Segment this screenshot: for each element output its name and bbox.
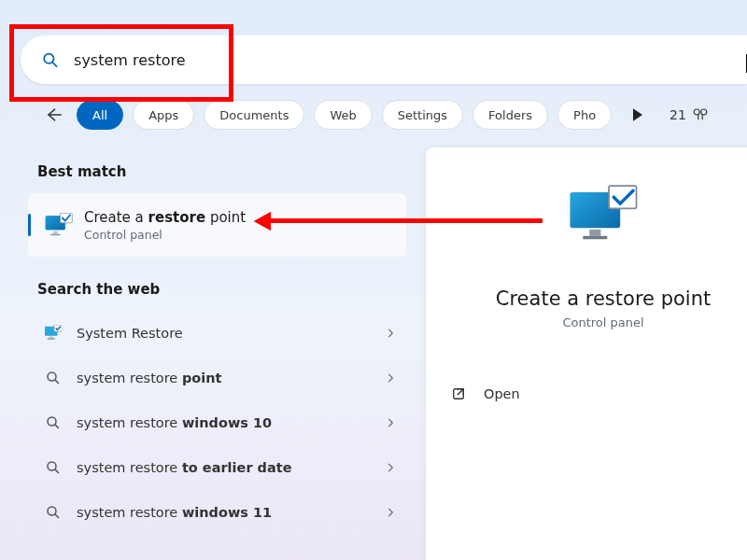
web-result-3[interactable]: system restore to earlier date (28, 445, 406, 490)
filters-more-icon[interactable] (628, 105, 647, 124)
svg-point-17 (48, 417, 56, 426)
open-external-icon (450, 385, 467, 402)
svg-point-15 (48, 372, 56, 381)
filter-folders[interactable]: Folders (472, 100, 548, 130)
svg-line-16 (55, 380, 59, 384)
web-result-text: System Restore (77, 326, 384, 341)
chevron-right-icon (384, 416, 397, 429)
filter-web[interactable]: Web (314, 100, 372, 130)
svg-point-5 (701, 109, 707, 115)
filter-photos[interactable]: Pho (557, 100, 612, 130)
svg-rect-9 (50, 234, 61, 236)
best-match-result[interactable]: Create a restore point Control panel (28, 193, 406, 257)
web-result-1[interactable]: system restore point (28, 356, 406, 400)
search-icon (45, 459, 62, 476)
filter-row: All Apps Documents Web Settings Folders … (39, 100, 747, 130)
svg-line-18 (55, 425, 59, 428)
search-icon (45, 504, 62, 521)
web-result-4[interactable]: system restore windows 11 (28, 490, 406, 535)
web-result-2[interactable]: system restore windows 10 (28, 400, 406, 445)
web-result-text: system restore windows 11 (77, 505, 384, 520)
monitor-check-icon (567, 183, 640, 250)
filter-settings[interactable]: Settings (382, 100, 463, 130)
svg-line-1 (52, 63, 56, 66)
svg-line-22 (55, 514, 59, 518)
monitor-check-icon (45, 213, 73, 237)
best-match-heading: Best match (37, 163, 406, 180)
results-left-column: Best match Create a restore point Contro… (28, 154, 406, 535)
filter-documents[interactable]: Documents (204, 100, 304, 130)
svg-rect-13 (48, 338, 55, 339)
search-web-heading: Search the web (37, 281, 406, 298)
best-match-subtitle: Control panel (84, 228, 246, 242)
search-icon (45, 370, 62, 386)
open-action[interactable]: Open (450, 372, 747, 415)
svg-marker-3 (633, 108, 642, 120)
rewards-count: 21 (669, 107, 686, 122)
detail-subtitle: Control panel (562, 315, 643, 329)
svg-line-28 (458, 389, 463, 395)
rewards-icon (692, 106, 709, 123)
svg-point-19 (48, 462, 56, 470)
svg-point-21 (48, 507, 56, 515)
chevron-right-icon (384, 506, 397, 519)
best-match-title: Create a restore point (84, 209, 246, 226)
svg-rect-14 (54, 325, 62, 331)
svg-point-4 (694, 109, 699, 115)
filter-apps[interactable]: Apps (133, 100, 194, 130)
web-result-text: system restore point (77, 371, 384, 385)
rewards-widget[interactable]: 21 (669, 106, 709, 123)
chevron-right-icon (384, 327, 397, 340)
svg-rect-12 (49, 337, 54, 339)
detail-panel: Create a restore point Control panel Ope… (426, 147, 747, 560)
svg-rect-24 (589, 230, 600, 236)
svg-rect-25 (583, 236, 607, 239)
open-label: Open (484, 386, 520, 401)
monitor-icon (45, 325, 62, 342)
web-result-text: system restore to earlier date (77, 460, 384, 475)
chevron-right-icon (384, 461, 397, 474)
web-result-text: system restore windows 10 (77, 415, 384, 430)
web-result-0[interactable]: System Restore (28, 311, 406, 356)
search-icon (45, 414, 62, 431)
search-input[interactable] (72, 50, 747, 70)
detail-title: Create a restore point (496, 287, 711, 310)
search-icon (41, 50, 59, 69)
search-bar[interactable] (21, 35, 747, 84)
svg-rect-8 (53, 231, 58, 234)
back-button[interactable] (39, 101, 67, 129)
chevron-right-icon (384, 371, 397, 385)
filter-all[interactable]: All (77, 100, 123, 130)
svg-line-20 (55, 469, 59, 473)
